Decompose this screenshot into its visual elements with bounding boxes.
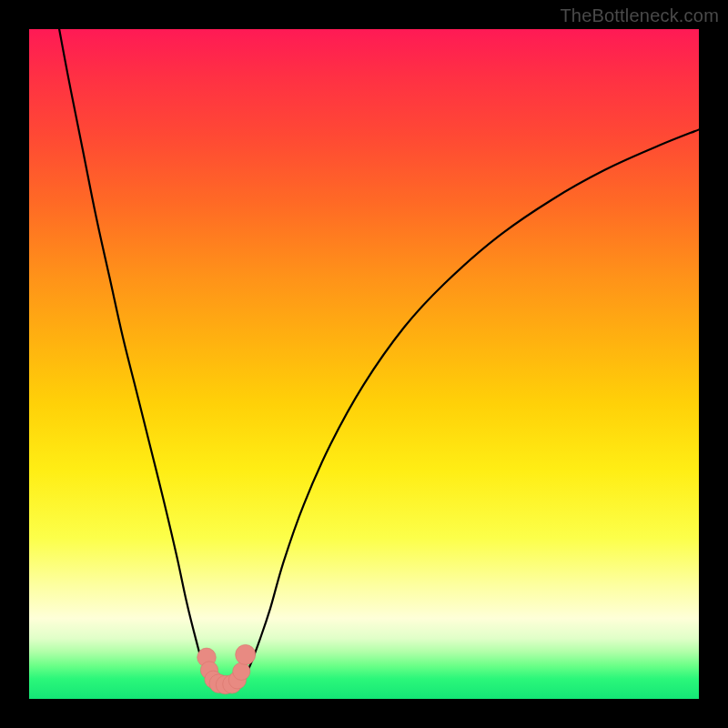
curve-left-branch [59,29,215,684]
valley-marker [233,662,250,680]
plot-area [29,29,699,699]
curve-layer [29,29,699,699]
curve-right-branch [238,129,699,683]
valley-marker-group [197,644,256,693]
chart-frame: TheBottleneck.com [0,0,728,728]
watermark-text: TheBottleneck.com [560,5,719,26]
valley-marker [236,644,256,664]
